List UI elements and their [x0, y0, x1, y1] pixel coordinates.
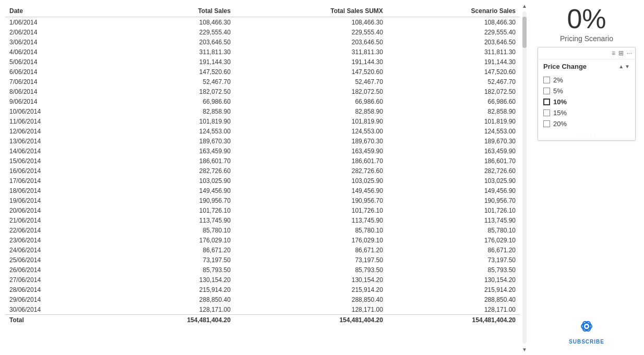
col-header-date: Date: [5, 5, 105, 17]
cell-date: 26/06/2014: [5, 265, 105, 275]
filter-checkbox[interactable]: [543, 77, 550, 83]
filter-option[interactable]: 10%: [543, 96, 630, 107]
filter-option-label: 2%: [553, 76, 563, 84]
sort-desc-icon[interactable]: ▼: [625, 64, 630, 69]
scroll-thumb[interactable]: [522, 17, 527, 48]
cell-value: 130,154.20: [235, 275, 387, 285]
data-table: Date Total Sales Total Sales SUMX Scenar…: [5, 5, 520, 325]
cell-value: 108,466.30: [235, 17, 387, 28]
cell-date: 17/06/2014: [5, 176, 105, 186]
cell-value: 130,154.20: [105, 275, 235, 285]
filter-card-footer: · · · · ·: [538, 132, 635, 140]
cell-value: 203,646.50: [105, 37, 235, 47]
cell-date: 22/06/2014: [5, 225, 105, 235]
table-row: 23/06/2014176,029.10176,029.10176,029.10: [5, 235, 520, 245]
table-row: 21/06/2014113,745.90113,745.90113,745.90: [5, 215, 520, 225]
pricing-scenario-percent: 0%: [560, 5, 613, 32]
hamburger-icon[interactable]: ≡: [612, 50, 615, 57]
cell-value: 215,914.20: [105, 285, 235, 295]
cell-value: 190,956.70: [235, 195, 387, 205]
cell-value: 190,956.70: [105, 195, 235, 205]
cell-date: 14/06/2014: [5, 146, 105, 156]
table-row: 14/06/2014163,459.90163,459.90163,459.90: [5, 146, 520, 156]
scroll-down-arrow[interactable]: ▼: [521, 346, 528, 353]
cell-value: 163,459.90: [387, 146, 520, 156]
cell-value: 130,154.20: [387, 275, 520, 285]
filter-option[interactable]: 20%: [543, 118, 630, 129]
cell-date: 24/06/2014: [5, 245, 105, 255]
cell-date: 15/06/2014: [5, 156, 105, 166]
filter-checkbox[interactable]: [543, 88, 550, 94]
cell-value: 103,025.90: [235, 176, 387, 186]
filter-option[interactable]: 2%: [543, 75, 630, 85]
filter-option[interactable]: 5%: [543, 85, 630, 96]
filter-card-body: Price Change ▲ ▼ 2%5%10%15%20%: [538, 59, 635, 132]
cell-value: 128,171.00: [387, 304, 520, 315]
cell-value: 149,456.90: [105, 186, 235, 195]
cell-value: 191,144.30: [105, 57, 235, 67]
cell-value: 149,456.90: [235, 186, 387, 195]
cell-value: 86,671.20: [235, 245, 387, 255]
cell-value: 101,819.90: [387, 116, 520, 126]
cell-value: 229,555.40: [387, 27, 520, 37]
cell-date: 25/06/2014: [5, 255, 105, 265]
table-row: 6/06/2014147,520.60147,520.60147,520.60: [5, 67, 520, 77]
cell-value: 101,726.10: [387, 205, 520, 215]
table-row: 24/06/201486,671.2086,671.2086,671.20: [5, 245, 520, 255]
cell-value: 108,466.30: [105, 17, 235, 28]
filter-sort-icons: ▲ ▼: [618, 64, 630, 69]
cell-value: 85,793.50: [105, 265, 235, 275]
cell-value: 52,467.70: [235, 77, 387, 87]
filter-option[interactable]: 15%: [543, 107, 630, 118]
filter-option-label: 10%: [553, 98, 567, 106]
table-row: 9/06/201466,986.6066,986.6066,986.60: [5, 96, 520, 106]
subscribe-icon[interactable]: [578, 318, 595, 338]
cell-value: 113,745.90: [387, 215, 520, 225]
cell-value: 189,670.30: [387, 136, 520, 146]
filter-checkbox[interactable]: [543, 120, 550, 127]
table-row: 17/06/2014103,025.90103,025.90103,025.90: [5, 176, 520, 186]
more-icon[interactable]: ···: [627, 50, 632, 57]
table-row: 11/06/2014101,819.90101,819.90101,819.90: [5, 116, 520, 126]
cell-value: 124,553.00: [387, 126, 520, 136]
scroll-track[interactable]: [522, 11, 527, 344]
cell-value: 147,520.60: [105, 67, 235, 77]
table-row: 12/06/2014124,553.00124,553.00124,553.00: [5, 126, 520, 136]
table-row: 16/06/2014282,726.60282,726.60282,726.60: [5, 166, 520, 176]
table-row: 20/06/2014101,726.10101,726.10101,726.10: [5, 205, 520, 215]
filter-card-header: ≡ ⊞ ···: [538, 47, 635, 59]
cell-date: 29/06/2014: [5, 295, 105, 304]
cell-value: 163,459.90: [235, 146, 387, 156]
cell-value: 73,197.50: [387, 255, 520, 265]
col-header-total-sales-sumx: Total Sales SUMX: [235, 5, 387, 17]
cell-date: 3/06/2014: [5, 37, 105, 47]
cell-date: 9/06/2014: [5, 96, 105, 106]
cell-value: 282,726.60: [105, 166, 235, 176]
cell-value: 163,459.90: [105, 146, 235, 156]
table-row: 28/06/2014215,914.20215,914.20215,914.20: [5, 285, 520, 295]
cell-value: 229,555.40: [235, 27, 387, 37]
cell-value: 66,986.60: [387, 96, 520, 106]
cell-date: 21/06/2014: [5, 215, 105, 225]
filter-option-label: 20%: [553, 120, 567, 128]
cell-date: 8/06/2014: [5, 87, 105, 96]
filter-title-row: Price Change ▲ ▼: [543, 63, 630, 70]
table-row: 1/06/2014108,466.30108,466.30108,466.30: [5, 17, 520, 28]
table-row: 26/06/201485,793.5085,793.5085,793.50: [5, 265, 520, 275]
scrollbar[interactable]: ▲ ▼: [520, 0, 529, 355]
cell-value: 85,780.10: [105, 225, 235, 235]
cell-value: 186,601.70: [387, 156, 520, 166]
scroll-up-arrow[interactable]: ▲: [521, 2, 528, 9]
sort-asc-icon[interactable]: ▲: [618, 64, 624, 69]
subscribe-label[interactable]: SUBSCRIBE: [569, 339, 604, 345]
filter-checkbox[interactable]: [543, 109, 550, 116]
table-row: 2/06/2014229,555.40229,555.40229,555.40: [5, 27, 520, 37]
cell-value: 101,819.90: [105, 116, 235, 126]
cell-date: 7/06/2014: [5, 77, 105, 87]
cell-value: 113,745.90: [235, 215, 387, 225]
chart-icon[interactable]: ⊞: [618, 50, 624, 57]
right-panel: 0% Pricing Scenario ≡ ⊞ ··· Price Change…: [529, 0, 644, 355]
cell-value: 288,850.40: [235, 295, 387, 304]
filter-checkbox[interactable]: [543, 99, 550, 105]
cell-date: 13/06/2014: [5, 136, 105, 146]
